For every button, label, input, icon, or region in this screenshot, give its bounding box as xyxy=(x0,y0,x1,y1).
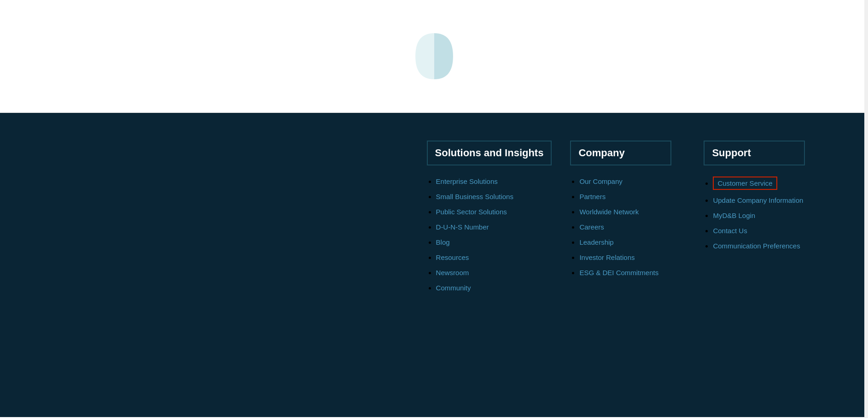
list-item: Investor Relations xyxy=(579,253,685,262)
list-item: ESG & DEI Commitments xyxy=(579,268,685,277)
footer-column-support: Support Customer Service Update Company … xyxy=(694,141,828,256)
footer: Solutions and Insights Enterprise Soluti… xyxy=(0,113,868,417)
contact-us-link[interactable]: Contact Us xyxy=(713,227,747,235)
header-section xyxy=(0,0,868,113)
public-sector-solutions-link[interactable]: Public Sector Solutions xyxy=(436,208,507,216)
list-item: Newsroom xyxy=(436,268,552,277)
footer-column-company: Company Our Company Partners Worldwide N… xyxy=(561,141,694,283)
list-item: Contact Us xyxy=(713,226,819,235)
list-item: Worldwide Network xyxy=(579,207,685,217)
resources-link[interactable]: Resources xyxy=(436,253,469,261)
list-item: Update Company Information xyxy=(713,195,819,205)
careers-link[interactable]: Careers xyxy=(579,223,604,231)
list-item: Customer Service xyxy=(713,177,819,190)
solutions-links: Enterprise Solutions Small Business Solu… xyxy=(427,177,552,293)
company-heading: Company xyxy=(570,141,671,165)
list-item: Public Sector Solutions xyxy=(436,207,552,217)
partners-link[interactable]: Partners xyxy=(579,193,606,200)
our-company-link[interactable]: Our Company xyxy=(579,177,622,185)
list-item: Partners xyxy=(579,192,685,201)
enterprise-solutions-link[interactable]: Enterprise Solutions xyxy=(436,177,498,185)
worldwide-network-link[interactable]: Worldwide Network xyxy=(579,208,639,216)
small-business-solutions-link[interactable]: Small Business Solutions xyxy=(436,193,513,200)
esg-dei-link[interactable]: ESG & DEI Commitments xyxy=(579,269,658,277)
list-item: Blog xyxy=(436,237,552,247)
blog-link[interactable]: Blog xyxy=(436,238,450,246)
list-item: Community xyxy=(436,283,552,293)
list-item: Careers xyxy=(579,222,685,232)
duns-number-link[interactable]: D-U-N-S Number xyxy=(436,223,489,231)
communication-preferences-link[interactable]: Communication Preferences xyxy=(713,242,800,250)
community-link[interactable]: Community xyxy=(436,284,471,292)
list-item: D-U-N-S Number xyxy=(436,222,552,232)
investor-relations-link[interactable]: Investor Relations xyxy=(579,253,635,261)
footer-column-solutions: Solutions and Insights Enterprise Soluti… xyxy=(418,141,561,298)
solutions-heading: Solutions and Insights xyxy=(427,141,552,165)
customer-service-highlight: Customer Service xyxy=(713,177,777,190)
list-item: Resources xyxy=(436,253,552,262)
leadership-link[interactable]: Leadership xyxy=(579,238,613,246)
list-item: Enterprise Solutions xyxy=(436,177,552,186)
company-links: Our Company Partners Worldwide Network C… xyxy=(570,177,685,277)
scrollbar[interactable] xyxy=(864,0,868,417)
customer-service-link[interactable]: Customer Service xyxy=(717,179,772,187)
list-item: Communication Preferences xyxy=(713,241,819,251)
list-item: MyD&B Login xyxy=(713,211,819,220)
list-item: Leadership xyxy=(579,237,685,247)
mydb-login-link[interactable]: MyD&B Login xyxy=(713,212,755,219)
newsroom-link[interactable]: Newsroom xyxy=(436,269,469,277)
footer-columns: Solutions and Insights Enterprise Soluti… xyxy=(40,141,828,380)
list-item: Our Company xyxy=(579,177,685,186)
list-item: Small Business Solutions xyxy=(436,192,552,201)
support-links: Customer Service Update Company Informat… xyxy=(704,177,819,251)
support-heading: Support xyxy=(704,141,805,165)
update-company-link[interactable]: Update Company Information xyxy=(713,196,803,204)
logo xyxy=(414,33,455,79)
